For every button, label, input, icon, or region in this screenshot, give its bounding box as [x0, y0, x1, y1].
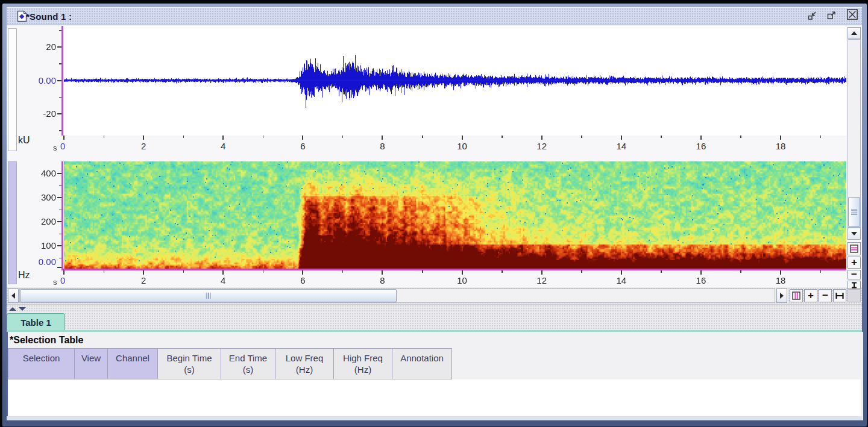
spectrogram-x-minor-tick	[342, 270, 344, 273]
spectrogram-y-minor-tick	[59, 234, 61, 235]
waveform-y-minor-tick	[59, 130, 61, 131]
spectrogram-x-minor-tick	[502, 270, 503, 273]
spectrogram-x-minor-tick	[263, 270, 264, 273]
spectrogram-x-unit: s	[53, 278, 57, 287]
spectrogram-x-tick	[302, 270, 303, 275]
waveform-x-tick	[780, 136, 781, 140]
h-zoom-in-button[interactable]: +	[804, 289, 817, 302]
spectrogram-y-tick	[57, 173, 61, 174]
minimize-icon	[807, 10, 817, 21]
splitter-collapse-up-icon[interactable]	[9, 307, 16, 311]
right-arrow-icon	[779, 293, 784, 299]
waveform-x-minor-tick	[661, 136, 662, 138]
waveform-activation-strip[interactable]	[8, 28, 17, 151]
spectrogram-baseline	[61, 269, 846, 270]
column-unit: (Hz)	[334, 364, 392, 375]
waveform-y-tick	[57, 113, 61, 114]
waveform-y-tick-label: -20	[20, 108, 56, 119]
waveform-x-tick	[63, 136, 64, 140]
spectrogram-x-tick	[63, 270, 64, 275]
spectrogram-y-tick-label: 200	[20, 216, 56, 227]
scroll-right-button[interactable]	[776, 288, 787, 303]
scrollbar-corner	[848, 289, 861, 302]
spectrogram-y-tick-label: 100	[20, 240, 56, 251]
waveform-y-minor-tick	[59, 30, 61, 31]
spectrogram-x-minor-tick	[104, 270, 105, 273]
left-arrow-icon	[11, 293, 16, 299]
waveform-y-tick	[57, 80, 61, 81]
spectrogram-x-minor-tick	[422, 270, 423, 273]
column-header-annotation[interactable]: Annotation	[392, 348, 452, 379]
waveform-x-tick-label: 8	[370, 141, 394, 152]
spectrogram-y-tick	[57, 221, 61, 222]
spectrogram-y-minor-tick	[59, 185, 61, 187]
close-button[interactable]	[846, 8, 858, 20]
waveform-view[interactable]	[64, 26, 846, 136]
spectrogram-view[interactable]	[64, 161, 846, 270]
waveform-y-tick	[57, 46, 61, 48]
spectrogram-x-tick	[621, 270, 622, 275]
spectrogram-x-tick-label: 18	[769, 275, 793, 286]
column-label: Low Freq	[275, 353, 333, 363]
spectrogram-y-tick-label: 0.00	[20, 257, 56, 267]
spectrogram-x-tick	[541, 270, 542, 275]
column-header-view[interactable]: View	[75, 348, 108, 379]
spectrogram-x-tick-label: 6	[291, 275, 315, 286]
waveform-x-minor-tick	[740, 136, 741, 138]
column-header-selection[interactable]: Selection	[8, 348, 75, 379]
scroll-up-button[interactable]	[848, 27, 861, 39]
spectrogram-x-minor-tick	[820, 270, 822, 273]
tab-table-1[interactable]: Table 1	[7, 313, 65, 331]
spectrogram-activation-strip[interactable]	[8, 161, 17, 284]
column-unit: (s)	[221, 364, 275, 375]
spectrogram-y-unit: Hz	[18, 270, 30, 281]
column-header-low-freq[interactable]: Low Freq(Hz)	[275, 348, 334, 379]
spectrogram-x-tick-label: 2	[131, 275, 156, 286]
table-tab-row: Table 1	[7, 313, 862, 331]
column-header-high-freq[interactable]: High Freq(Hz)	[334, 348, 392, 379]
spectrogram-x-tick-label: 0	[60, 275, 72, 286]
selection-table-body[interactable]	[8, 379, 861, 416]
splitter-collapse-down-icon[interactable]	[19, 307, 26, 311]
h-zoom-fit-button[interactable]	[833, 289, 846, 302]
v-zoom-fit-button[interactable]	[848, 281, 861, 289]
column-label: Annotation	[392, 353, 451, 363]
waveform-y-tick-label: 20	[20, 42, 56, 52]
fit-vertical-icon	[851, 282, 858, 288]
waveform-x-tick-label: 0	[60, 141, 72, 152]
h-zoom-out-button[interactable]: −	[819, 289, 832, 302]
waveform-x-tick-label: 6	[291, 141, 315, 152]
v-zoom-out-button[interactable]: −	[848, 270, 861, 279]
v-scrollbar-thumb[interactable]	[848, 197, 860, 227]
waveform-y-minor-tick	[59, 97, 61, 98]
spectrogram-x-tick	[462, 270, 463, 275]
spectrogram-x-minor-tick	[661, 270, 662, 273]
waveform-x-minor-tick	[502, 136, 503, 138]
close-icon	[846, 8, 858, 21]
column-unit: (Hz)	[275, 364, 333, 375]
column-label: Channel	[108, 353, 157, 363]
waveform-x-minor-tick	[183, 136, 184, 138]
waveform-position-marker	[61, 26, 63, 136]
column-header-end-time[interactable]: End Time(s)	[221, 348, 275, 379]
scroll-left-button[interactable]	[8, 288, 19, 303]
waveform-x-minor-tick	[104, 136, 105, 138]
h-selection-zoom-button[interactable]	[790, 289, 803, 302]
restore-button[interactable]	[825, 10, 837, 22]
waveform-x-minor-tick	[422, 136, 423, 138]
v-zoom-in-button[interactable]: +	[848, 257, 861, 269]
window-titlebar[interactable]: *Sound 1 :	[7, 7, 862, 25]
column-label: Selection	[8, 353, 74, 363]
selection-table-title: *Selection Table	[10, 335, 83, 346]
v-selection-zoom-button[interactable]	[848, 242, 861, 255]
selection-rows-icon	[850, 245, 858, 253]
spectrogram-y-tick	[57, 267, 61, 268]
h-scrollbar-thumb[interactable]	[20, 289, 397, 302]
raven-app-window: *Sound 1 : kU s 200.00-20024681012141618…	[0, 0, 868, 427]
splitter-bar[interactable]	[7, 304, 862, 313]
scroll-down-button[interactable]	[848, 228, 861, 240]
column-header-begin-time[interactable]: Begin Time(s)	[158, 348, 221, 379]
spectrogram-x-tick	[700, 270, 702, 275]
minimize-button[interactable]	[806, 10, 818, 22]
column-header-channel[interactable]: Channel	[108, 348, 158, 379]
